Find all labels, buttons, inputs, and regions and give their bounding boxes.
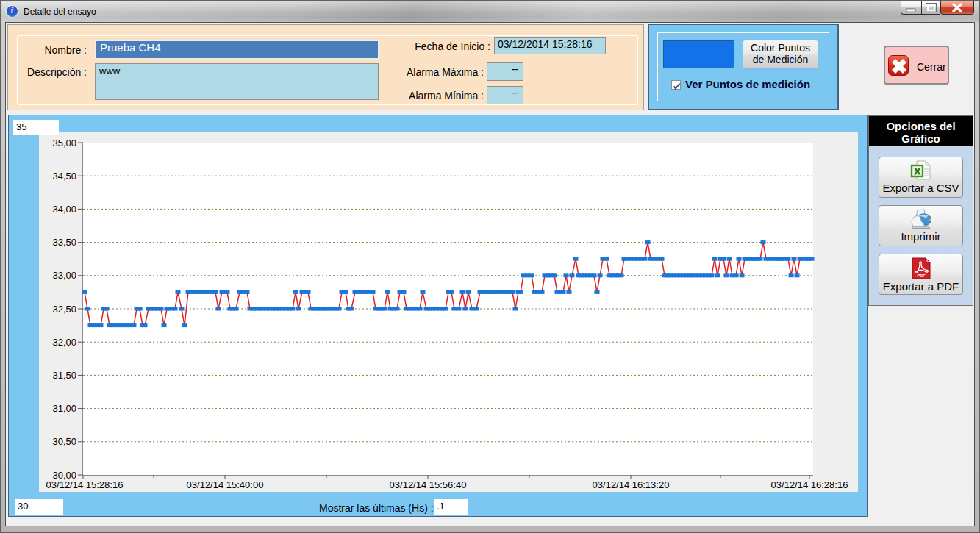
svg-text:31,50: 31,50 bbox=[52, 370, 76, 381]
svg-text:03/12/14 15:28:16: 03/12/14 15:28:16 bbox=[46, 479, 124, 490]
svg-text:03/12/14 15:40:00: 03/12/14 15:40:00 bbox=[187, 479, 264, 490]
svg-text:33,00: 33,00 bbox=[52, 270, 76, 281]
svg-text:34,50: 34,50 bbox=[52, 171, 76, 182]
svg-text:35,00: 35,00 bbox=[52, 137, 76, 149]
svg-text:32,50: 32,50 bbox=[52, 304, 76, 315]
svg-text:PDF: PDF bbox=[917, 273, 926, 278]
svg-text:33,50: 33,50 bbox=[52, 237, 76, 248]
svg-text:03/12/14 16:28:16: 03/12/14 16:28:16 bbox=[771, 479, 848, 490]
svg-text:03/12/14 16:13:20: 03/12/14 16:13:20 bbox=[593, 479, 670, 490]
svg-text:03/12/14 15:56:40: 03/12/14 15:56:40 bbox=[390, 479, 467, 490]
svg-text:30,50: 30,50 bbox=[52, 436, 76, 447]
svg-text:34,00: 34,00 bbox=[52, 204, 76, 215]
svg-text:32,00: 32,00 bbox=[52, 337, 76, 348]
svg-text:31,00: 31,00 bbox=[52, 403, 76, 414]
